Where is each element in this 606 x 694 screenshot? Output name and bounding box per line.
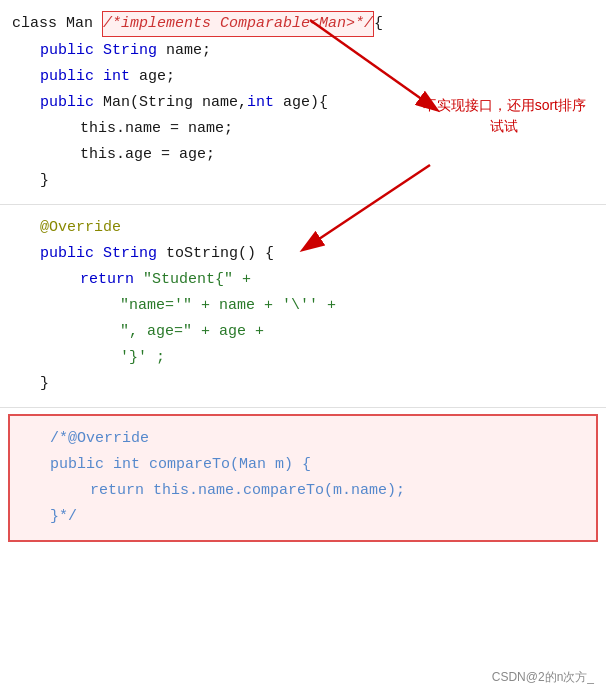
code-line: }: [0, 168, 606, 194]
code-line: /*@Override: [10, 426, 596, 452]
keyword: public: [40, 65, 103, 89]
code-line: public int age;: [0, 64, 606, 90]
code-line: }*/: [10, 504, 596, 530]
code-line: public String name;: [0, 38, 606, 64]
type: String: [103, 242, 166, 266]
code-line: return this.name.compareTo(m.name);: [10, 478, 596, 504]
code-text: }: [40, 372, 49, 396]
string: '\'' +: [282, 294, 336, 318]
code-text: }: [40, 169, 49, 193]
keyword: public: [40, 91, 103, 115]
code-text: age;: [139, 65, 175, 89]
code-line: this.age = age;: [0, 142, 606, 168]
code-text: {: [374, 12, 383, 36]
code-text: Man(String name,: [103, 91, 247, 115]
code-line: @Override: [0, 215, 606, 241]
blue-comment: return this.name.compareTo(m.name);: [90, 479, 405, 503]
annotation-line1: 不实现接口，还用sort排序: [423, 97, 586, 113]
code-line: }: [0, 371, 606, 397]
section-middle: @Override public String toString() { ret…: [0, 205, 606, 408]
string: '}' ;: [120, 346, 165, 370]
keyword: public: [40, 242, 103, 266]
code-text: class Man: [12, 12, 102, 36]
keyword: return: [80, 268, 143, 292]
section-bottom: /*@Override public int compareTo(Man m) …: [8, 414, 598, 542]
type: int: [103, 65, 139, 89]
keyword: public: [40, 39, 103, 63]
code-text: age){: [283, 91, 328, 115]
section-top: class Man /*implements Comparable<Man>*/…: [0, 0, 606, 205]
type: String: [103, 39, 166, 63]
type: int: [247, 91, 283, 115]
blue-comment: }*/: [50, 505, 77, 529]
string: ", age=" + age +: [120, 320, 264, 344]
code-line: class Man /*implements Comparable<Man>*/…: [0, 10, 606, 38]
code-line: return "Student{" +: [0, 267, 606, 293]
code-line: public int compareTo(Man m) {: [10, 452, 596, 478]
code-text: this.age = age;: [80, 143, 215, 167]
annotation-line2: 试试: [490, 118, 518, 134]
code-line: "name='" + name + '\'' +: [0, 293, 606, 319]
chinese-annotation: 不实现接口，还用sort排序 试试: [423, 95, 586, 137]
code-line: public String toString() {: [0, 241, 606, 267]
string: "Student{" +: [143, 268, 251, 292]
code-text: toString() {: [166, 242, 274, 266]
code-text: name;: [166, 39, 211, 63]
annotation-text: @Override: [40, 216, 121, 240]
watermark: CSDN@2的n次方_: [492, 669, 594, 686]
code-line: ", age=" + age +: [0, 319, 606, 345]
string: "name='" + name +: [120, 294, 282, 318]
blue-comment: /*@Override: [50, 427, 149, 451]
code-container: class Man /*implements Comparable<Man>*/…: [0, 0, 606, 694]
code-line: '}' ;: [0, 345, 606, 371]
code-text: this.name = name;: [80, 117, 233, 141]
highlighted-comment: /*implements Comparable<Man>*/: [102, 11, 374, 37]
blue-comment: public int compareTo(Man m) {: [50, 453, 311, 477]
